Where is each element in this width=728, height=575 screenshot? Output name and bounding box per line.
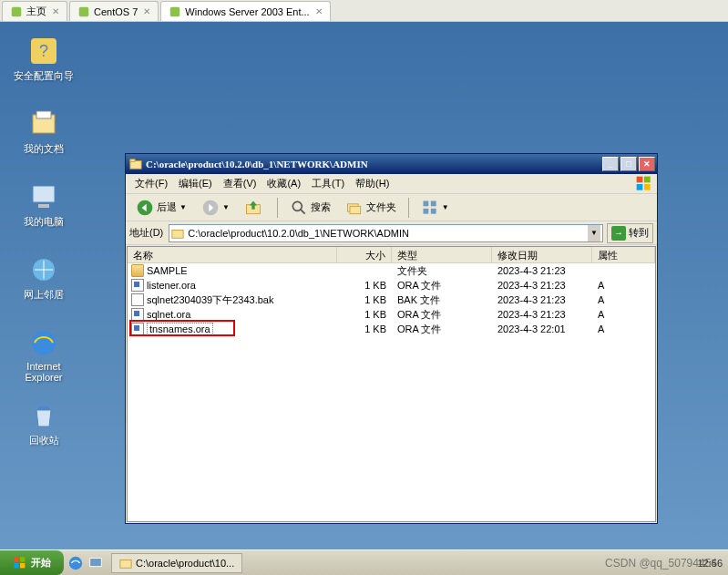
my-documents-icon: [27, 108, 60, 140]
views-button[interactable]: ▼: [415, 195, 456, 221]
svg-rect-32: [14, 563, 18, 568]
file-attr: A: [592, 309, 655, 320]
start-button[interactable]: 开始: [0, 550, 64, 575]
file-name: listener.ora: [147, 280, 196, 291]
svg-text:?: ?: [39, 42, 48, 60]
column-date[interactable]: 修改日期: [492, 247, 592, 262]
svg-rect-35: [90, 558, 102, 566]
svg-rect-26: [431, 200, 436, 206]
back-button[interactable]: 后退 ▼: [129, 195, 193, 221]
file-row[interactable]: SAMPLE 文件夹 2023-4-3 21:23: [128, 263, 655, 278]
svg-rect-15: [644, 176, 651, 182]
menu-item[interactable]: 工具(T): [306, 175, 350, 192]
svg-rect-0: [12, 6, 22, 16]
icon-label: Internet Explorer: [7, 361, 80, 383]
address-field[interactable]: C:\oracle\product\10.2.0\db_1\NETWORK\AD…: [169, 224, 603, 242]
maximize-button[interactable]: □: [620, 157, 637, 171]
file-row[interactable]: listener.ora 1 KB ORA 文件 2023-4-3 21:23 …: [128, 278, 655, 293]
menu-item[interactable]: 编辑(E): [173, 175, 218, 192]
close-icon[interactable]: ✕: [143, 6, 150, 16]
svg-rect-11: [38, 406, 49, 410]
svg-rect-27: [423, 208, 428, 213]
vm-tabs: 主页✕CentOS 7✕Windows Server 2003 Ent...✕: [0, 0, 728, 22]
file-type: ORA 文件: [392, 323, 492, 336]
my-documents[interactable]: 我的文档: [7, 108, 80, 156]
file-row[interactable]: tnsnames.ora 1 KB ORA 文件 2023-4-3 22:01 …: [128, 322, 655, 336]
svg-rect-16: [637, 184, 643, 190]
home-icon: [10, 5, 23, 18]
folders-button[interactable]: 文件夹: [339, 195, 403, 221]
tab-label: Windows Server 2003 Ent...: [185, 6, 309, 17]
column-name[interactable]: 名称: [128, 247, 337, 262]
views-icon: [421, 199, 439, 217]
file-name: sqlnet.ora: [147, 309, 190, 320]
my-computer[interactable]: 我的电脑: [7, 180, 80, 229]
file-type: BAK 文件: [392, 293, 492, 307]
clock: 12:56: [697, 558, 723, 569]
file-row[interactable]: sqlnet2304039下午2343.bak 1 KB BAK 文件 2023…: [128, 293, 655, 307]
menu-item[interactable]: 查看(V): [218, 175, 262, 192]
file-attr: A: [592, 323, 655, 334]
titlebar[interactable]: C:\oracle\product\10.2.0\db_1\NETWORK\AD…: [126, 154, 657, 174]
back-label: 后退: [157, 200, 177, 214]
windows-flag-icon: [13, 556, 27, 570]
svg-point-34: [69, 556, 82, 569]
network-neighborhood[interactable]: 网上邻居: [7, 253, 80, 302]
column-size[interactable]: 大小: [337, 247, 392, 262]
security-wizard[interactable]: ?安全配置向导: [7, 35, 80, 83]
column-type[interactable]: 类型: [392, 247, 492, 262]
tab-1[interactable]: CentOS 7✕: [69, 1, 159, 21]
separator: [408, 198, 409, 218]
separator: [277, 198, 278, 218]
svg-rect-29: [172, 230, 183, 238]
file-date: 2023-4-3 21:23: [492, 265, 592, 276]
menu-item[interactable]: 收藏(A): [261, 175, 306, 192]
file-list: 名称 大小 类型 修改日期 属性 SAMPLE 文件夹 2023-4-3 21:…: [127, 246, 656, 522]
start-label: 开始: [31, 556, 51, 570]
folders-icon: [345, 199, 364, 217]
centos-icon: [77, 5, 90, 18]
search-button[interactable]: 搜索: [283, 195, 337, 221]
menu-item[interactable]: 文件(F): [129, 175, 173, 192]
minimize-button[interactable]: _: [602, 157, 619, 171]
address-dropdown[interactable]: ▼: [588, 225, 600, 241]
file-name: tnsnames.ora: [147, 323, 213, 335]
file-attr: A: [592, 280, 655, 291]
svg-rect-13: [130, 159, 135, 162]
go-button[interactable]: → 转到: [607, 223, 653, 243]
forward-button[interactable]: ▼: [195, 195, 236, 221]
internet-explorer[interactable]: Internet Explorer: [7, 326, 80, 383]
file-date: 2023-4-3 21:23: [492, 294, 592, 305]
icon-label: 我的文档: [7, 142, 80, 156]
chevron-down-icon: ▼: [222, 203, 230, 211]
file-size: 1 KB: [337, 294, 392, 305]
close-icon[interactable]: ✕: [52, 6, 59, 16]
menu-item[interactable]: 帮助(H): [350, 175, 395, 192]
ie-icon[interactable]: [67, 555, 84, 571]
close-button[interactable]: ✕: [639, 157, 655, 171]
tab-2[interactable]: Windows Server 2003 Ent...✕: [160, 1, 330, 21]
folder-icon: [171, 227, 184, 240]
desktop-show-icon[interactable]: [87, 555, 104, 571]
list-header: 名称 大小 类型 修改日期 属性: [128, 247, 655, 263]
system-tray[interactable]: 12:56: [692, 558, 728, 569]
tab-0[interactable]: 主页✕: [2, 1, 67, 21]
column-attr[interactable]: 属性: [592, 247, 655, 262]
icon-label: 回收站: [7, 434, 80, 447]
ora-icon: [131, 308, 144, 321]
close-icon[interactable]: ✕: [315, 6, 323, 16]
taskbar-button[interactable]: C:\oracle\product\10...: [111, 553, 242, 573]
recycle-bin-icon: [27, 399, 60, 432]
up-button[interactable]: [238, 195, 272, 221]
ora-icon: [131, 279, 144, 292]
chevron-down-icon: ▼: [179, 203, 187, 211]
svg-rect-33: [20, 563, 25, 568]
file-row[interactable]: sqlnet.ora 1 KB ORA 文件 2023-4-3 21:23 A: [128, 307, 655, 322]
folder-icon: [119, 557, 132, 570]
file-type: ORA 文件: [392, 308, 492, 322]
file-date: 2023-4-3 22:01: [492, 323, 592, 334]
recycle-bin[interactable]: 回收站: [7, 399, 80, 447]
file-size: 1 KB: [337, 309, 392, 320]
file-date: 2023-4-3 21:23: [492, 280, 592, 291]
go-label: 转到: [629, 226, 649, 240]
